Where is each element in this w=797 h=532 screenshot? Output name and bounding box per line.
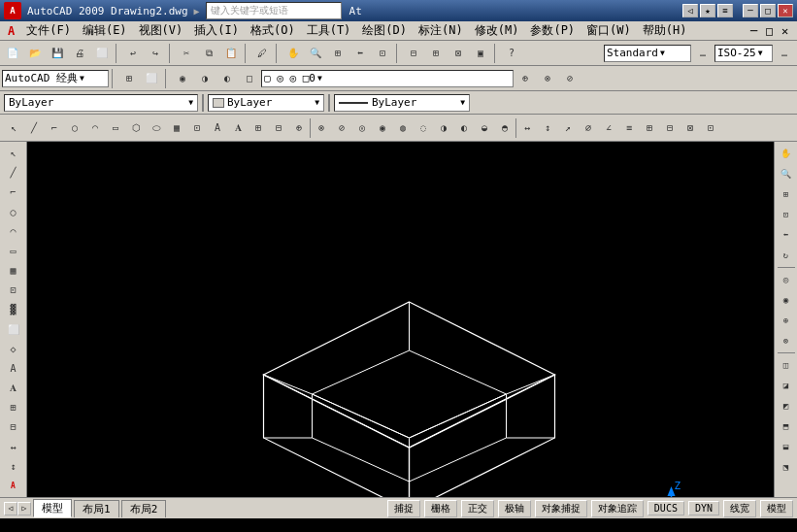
menu-item-10[interactable]: 窗口(W) <box>581 21 637 40</box>
win-close[interactable]: ✕ <box>778 4 793 17</box>
tb-zoom[interactable]: 🔍 <box>305 43 326 64</box>
layer-dropdown[interactable]: ByLayer ▼ <box>4 94 198 112</box>
rt-3d-4[interactable]: ⬒ <box>777 416 796 436</box>
draw-region[interactable]: ⊡ <box>187 118 207 138</box>
tb-copy[interactable]: ⧉ <box>198 43 219 64</box>
tb-print[interactable]: 🖨 <box>69 43 90 64</box>
lt-dim-h[interactable]: ↔ <box>3 438 24 456</box>
draw-3d-8[interactable]: ◐ <box>454 118 474 138</box>
tb2-btn-2[interactable]: ⬜ <box>141 68 162 89</box>
tb-preview[interactable]: ⬜ <box>91 43 113 64</box>
lt-mtext[interactable]: 𝐀 <box>3 379 24 397</box>
draw-polyline[interactable]: ⌐ <box>45 118 64 138</box>
search-box[interactable]: 键入关键字或短语 <box>206 2 342 19</box>
lt-region[interactable]: ⊡ <box>3 281 24 299</box>
lt-gradient[interactable]: ▓ <box>3 300 24 318</box>
draw-3d-1[interactable]: ⊗ <box>312 118 331 138</box>
draw-dim-4[interactable]: ⌀ <box>579 118 598 138</box>
polar-btn[interactable]: 极轴 <box>498 500 531 517</box>
draw-3d-4[interactable]: ◉ <box>373 118 392 138</box>
rt-navshow[interactable]: ⊕ <box>777 311 796 330</box>
title-btn-2[interactable]: ★ <box>700 4 715 17</box>
menu-item-2[interactable]: 视图(V) <box>133 21 189 40</box>
ducs-btn[interactable]: DUCS <box>648 501 684 515</box>
dyn-btn[interactable]: DYN <box>688 501 719 515</box>
lt-arrow[interactable]: ↖ <box>3 144 24 162</box>
tab-model[interactable]: 模型 <box>33 499 72 517</box>
tb-undo[interactable]: ↩ <box>122 43 144 64</box>
lt-text[interactable]: A <box>3 359 24 378</box>
rt-zoom-prev[interactable]: ⬅ <box>777 225 796 245</box>
draw-dim-1[interactable]: ↔ <box>517 118 537 138</box>
tab-layout2[interactable]: 布局2 <box>121 500 167 517</box>
tb2-extra-2[interactable]: ⊗ <box>537 68 558 89</box>
tb-paste[interactable]: 📋 <box>220 43 242 64</box>
grid-btn[interactable]: 栅格 <box>424 500 457 517</box>
draw-3d-6[interactable]: ◌ <box>414 118 433 138</box>
doc-close[interactable]: ✕ <box>781 24 795 38</box>
draw-rect[interactable]: ▭ <box>106 118 125 138</box>
tab-layout1[interactable]: 布局1 <box>74 500 119 517</box>
status-prev-btn[interactable]: ◁ <box>4 502 17 515</box>
title-btn-1[interactable]: ◁ <box>682 4 698 17</box>
tb-new[interactable]: 📄 <box>2 43 23 64</box>
draw-dim-5[interactable]: ∠ <box>599 118 618 138</box>
ortho-btn[interactable]: 正交 <box>461 500 494 517</box>
model-btn[interactable]: 模型 <box>760 500 793 517</box>
rt-pan[interactable]: ✋ <box>777 144 796 163</box>
tb2-btn-4[interactable]: ◑ <box>194 68 216 89</box>
rt-zoom-in[interactable]: 🔍 <box>777 164 796 183</box>
rt-3d-2[interactable]: ◪ <box>777 376 796 395</box>
draw-extra-4[interactable]: ⊡ <box>701 118 720 138</box>
style-dropdown[interactable]: Standard ▼ <box>604 45 691 62</box>
draw-dim-3[interactable]: ↗ <box>558 118 578 138</box>
menu-item-5[interactable]: 工具(T) <box>301 21 357 40</box>
draw-ellipse[interactable]: ⬭ <box>147 118 166 138</box>
draw-3d-9[interactable]: ◒ <box>475 118 494 138</box>
lt-boundary[interactable]: ⬜ <box>3 320 24 339</box>
lt-table[interactable]: ⊟ <box>3 417 24 436</box>
canvas-area[interactable]: Z Y X Z Y X <box>27 142 774 497</box>
draw-line[interactable]: ╱ <box>24 118 44 138</box>
draw-arc[interactable]: ◠ <box>85 118 105 138</box>
tb2-btn-5[interactable]: ◐ <box>216 68 238 89</box>
draw-3d-3[interactable]: ◎ <box>352 118 372 138</box>
rt-3d-1[interactable]: ◫ <box>777 355 796 375</box>
title-btn-3[interactable]: ≡ <box>717 4 733 17</box>
rt-zoom-win[interactable]: ⊞ <box>777 184 796 204</box>
tb-extra-2[interactable]: ⊞ <box>425 43 447 64</box>
tb-extra-4[interactable]: ▣ <box>470 43 491 64</box>
draw-attrib[interactable]: ⊕ <box>289 118 309 138</box>
status-next-btn[interactable]: ▷ <box>17 502 31 515</box>
menu-item-1[interactable]: 编辑(E) <box>77 21 133 40</box>
tb-pan[interactable]: ✋ <box>282 43 304 64</box>
lt-polyline[interactable]: ⌐ <box>3 183 24 201</box>
tb-zoom-prev[interactable]: ⬅ <box>349 43 371 64</box>
draw-extra-3[interactable]: ⊠ <box>681 118 700 138</box>
menu-item-7[interactable]: 标注(N) <box>413 21 469 40</box>
draw-text[interactable]: A <box>208 118 227 138</box>
color-dropdown[interactable]: ByLayer ▼ <box>208 94 324 112</box>
rt-3d-5[interactable]: ⬓ <box>777 437 796 456</box>
rt-navsteer[interactable]: ◉ <box>777 290 796 310</box>
snap-btn[interactable]: 捕捉 <box>387 500 420 517</box>
doc-minimize[interactable]: ─ <box>750 24 764 38</box>
rt-orbit[interactable]: ↻ <box>777 246 796 265</box>
draw-3d-7[interactable]: ◑ <box>434 118 453 138</box>
draw-extra-1[interactable]: ⊞ <box>640 118 659 138</box>
lt-dim-v[interactable]: ↕ <box>3 457 24 476</box>
tb-match[interactable]: 🖊 <box>251 43 273 64</box>
linetype-dropdown[interactable]: ByLayer ▼ <box>334 94 470 112</box>
draw-hatch[interactable]: ▦ <box>167 118 186 138</box>
win-maximize[interactable]: □ <box>760 4 776 17</box>
lt-hatch[interactable]: ▦ <box>3 261 24 280</box>
size-dropdown[interactable]: ISO-25 ▼ <box>714 45 773 62</box>
draw-dim-6[interactable]: ≡ <box>619 118 639 138</box>
lw-btn[interactable]: 线宽 <box>723 500 756 517</box>
otrack-btn[interactable]: 对象追踪 <box>591 500 644 517</box>
tb2-btn-1[interactable]: ⊞ <box>118 68 140 89</box>
lt-insert[interactable]: ⊞ <box>3 398 24 416</box>
tb2-extra-3[interactable]: ⊘ <box>559 68 581 89</box>
draw-mtext[interactable]: 𝐀 <box>228 118 248 138</box>
workspace-dropdown[interactable]: AutoCAD 经典 ▼ <box>2 70 109 87</box>
